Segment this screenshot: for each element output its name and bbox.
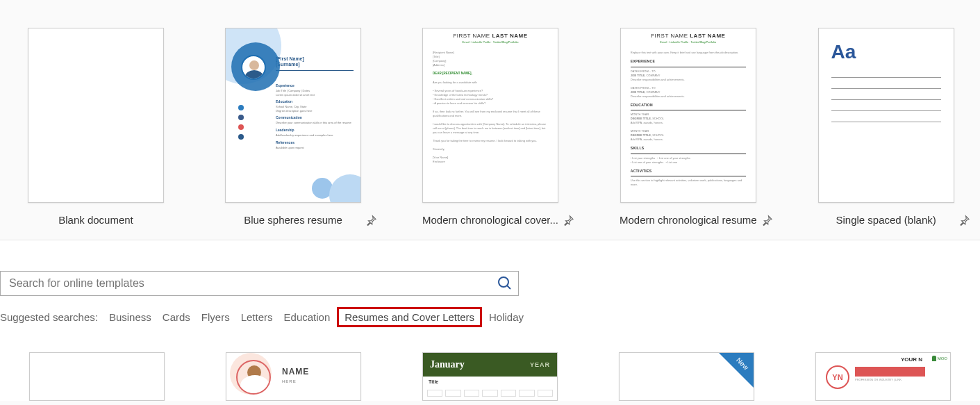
section-heading: SKILLS <box>631 146 746 151</box>
suggested-resumes[interactable]: Resumes and Cover Letters <box>337 307 482 327</box>
ruled-line <box>831 77 941 78</box>
aa-glyph: Aa <box>831 41 856 63</box>
section-heading: Communication <box>276 115 354 120</box>
divider <box>276 70 354 71</box>
calendar-header: January YEAR <box>423 353 557 377</box>
name-sub: HERE <box>282 379 297 383</box>
pin-icon[interactable] <box>761 214 774 226</box>
pin-icon[interactable] <box>958 214 971 226</box>
last-name: LAST NAME <box>492 33 527 39</box>
section-heading: EDUCATION <box>631 103 746 108</box>
search-section: Suggested searches: Business Cards Flyer… <box>0 240 980 401</box>
suggested-business[interactable]: Business <box>105 309 156 325</box>
initials-badge: YN <box>826 365 849 389</box>
resume-body: Experience Job Title | Company | DatesLo… <box>276 81 354 149</box>
template-thumb-blank[interactable] <box>28 28 164 203</box>
avatar-placeholder-icon <box>241 55 266 80</box>
template-thumb-single-spaced[interactable]: Aa <box>818 28 954 203</box>
calendar-month: January <box>430 359 465 370</box>
first-name: [First Name] <box>276 56 304 61</box>
template-row: Blank document [First Name] [Surname] <box>28 28 952 226</box>
template-chron-resume[interactable]: FIRST NAME LAST NAME Email · LinkedIn Pr… <box>620 28 757 226</box>
surname: [Surname] <box>276 62 300 67</box>
first-name: FIRST NAME <box>453 33 490 39</box>
doc-name: FIRST NAME LAST NAME <box>621 33 756 39</box>
suggested-education[interactable]: Education <box>280 309 335 325</box>
template-blank-document[interactable]: Blank document <box>28 28 164 226</box>
template-cover-letter[interactable]: FIRST NAME LAST NAME Email · LinkedIn Pr… <box>422 28 558 226</box>
contact-icons <box>238 105 244 140</box>
template-label: Modern chronological resume <box>620 214 757 226</box>
calendar-title: Title <box>423 377 557 387</box>
accent-bar <box>855 367 925 377</box>
online-template-blank[interactable] <box>29 352 165 401</box>
moo-logo-icon: MOO <box>932 356 947 361</box>
template-single-spaced[interactable]: Aa Single spaced (blank) <box>818 28 954 226</box>
template-thumb-cover-letter[interactable]: FIRST NAME LAST NAME Email · LinkedIn Pr… <box>422 28 558 203</box>
online-template-photo-resume[interactable]: NAME HERE <box>226 352 361 401</box>
ruled-line <box>831 88 941 89</box>
template-label: Single spaced (blank) <box>836 214 936 226</box>
ruled-line <box>831 99 941 100</box>
section-heading: Experience <box>276 83 354 88</box>
template-blue-spheres[interactable]: [First Name] [Surname] Experience Job Ti… <box>225 28 361 226</box>
svg-point-0 <box>499 277 508 287</box>
calendar-year: YEAR <box>530 361 550 368</box>
web-icon <box>238 134 244 140</box>
first-name: FIRST NAME <box>651 33 688 39</box>
location-icon <box>238 124 244 130</box>
suggested-cards[interactable]: Cards <box>158 309 194 325</box>
search-icon[interactable] <box>497 275 513 292</box>
name-heading: NAME <box>282 367 309 377</box>
avatar-icon <box>236 360 271 395</box>
subtitle: PROFESSION OR INDUSTRY | LINK <box>855 378 902 381</box>
featured-templates: Blank document [First Name] [Surname] <box>0 0 980 240</box>
last-name: LAST NAME <box>690 33 725 39</box>
svg-line-1 <box>507 286 510 289</box>
template-label-row: Single spaced (blank) <box>818 214 954 226</box>
section-heading: ACTIVITIES <box>631 169 746 174</box>
template-label: Blue spheres resume <box>244 214 342 226</box>
template-label-row: Modern chronological resume <box>620 214 757 226</box>
salutation: DEAR [RECIPIENT NAME], <box>433 72 472 75</box>
suggested-letters[interactable]: Letters <box>237 309 277 325</box>
suggested-holiday[interactable]: Holiday <box>485 309 528 325</box>
ruled-line <box>831 110 941 111</box>
suggested-searches: Suggested searches: Business Cards Flyer… <box>0 307 980 327</box>
search-wrap <box>0 271 519 296</box>
name-placeholder: [First Name] [Surname] <box>276 56 304 68</box>
online-template-calendar[interactable]: January YEAR Title <box>422 352 558 401</box>
template-thumb-blue-spheres[interactable]: [First Name] [Surname] Experience Job Ti… <box>225 28 361 203</box>
cover-body: [Recipient Name][Title][Company][Address… <box>423 44 558 171</box>
your-name: YOUR N <box>901 356 922 363</box>
pin-icon[interactable] <box>563 214 575 226</box>
template-label-row: Modern chronological cover... <box>422 214 558 226</box>
suggested-label: Suggested searches: <box>0 311 98 323</box>
calendar-grid <box>423 387 557 399</box>
online-template-new[interactable]: New <box>619 352 754 401</box>
template-label: Blank document <box>58 214 133 226</box>
online-templates-row: NAME HERE January YEAR Title New YN YOUR… <box>0 327 980 401</box>
section-heading: Education <box>276 99 354 104</box>
section-heading: EXPERIENCE <box>631 59 746 65</box>
online-template-moo[interactable]: YN YOUR N PROFESSION OR INDUSTRY | LINK … <box>815 352 951 401</box>
mail-icon <box>238 115 244 120</box>
section-heading: References <box>276 140 354 145</box>
doc-name: FIRST NAME LAST NAME <box>423 33 558 39</box>
ruled-line <box>831 122 941 122</box>
template-label-row: Blank document <box>28 214 164 226</box>
resume-body: Replace this text with your own. Keep it… <box>621 44 756 194</box>
phone-icon <box>238 105 244 110</box>
template-label-row: Blue spheres resume <box>225 214 361 226</box>
new-corner <box>719 353 754 388</box>
template-label: Modern chronological cover... <box>422 214 558 226</box>
template-thumb-chron-resume[interactable]: FIRST NAME LAST NAME Email · LinkedIn Pr… <box>620 28 756 203</box>
suggested-flyers[interactable]: Flyers <box>197 309 234 325</box>
pin-icon[interactable] <box>365 214 378 226</box>
decorative-circle-icon <box>329 174 361 203</box>
section-heading: Leadership <box>276 128 354 133</box>
template-search-input[interactable] <box>0 271 519 296</box>
